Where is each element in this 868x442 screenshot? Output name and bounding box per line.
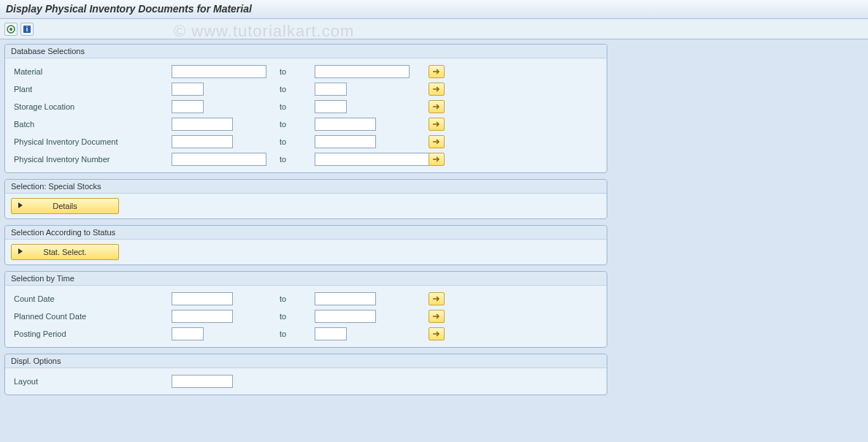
triangle-right-icon bbox=[18, 202, 23, 210]
phys-inv-num-to-input[interactable] bbox=[315, 153, 439, 166]
label-layout: Layout bbox=[11, 377, 172, 386]
row-material: Material to bbox=[11, 63, 601, 80]
layout-input[interactable] bbox=[172, 375, 233, 388]
to-label: to bbox=[280, 137, 315, 146]
group-special-stocks: Selection: Special Stocks Details bbox=[4, 179, 607, 219]
multiple-selection-button[interactable] bbox=[429, 135, 445, 148]
label-batch: Batch bbox=[11, 120, 172, 129]
content-area: Database Selections Material to Plant to… bbox=[0, 39, 868, 405]
posting-period-to-input[interactable] bbox=[315, 327, 347, 340]
page-title: Display Physical Inventory Documents for… bbox=[0, 0, 868, 19]
info-icon[interactable]: i bbox=[20, 23, 34, 36]
row-storage-location: Storage Location to bbox=[11, 98, 601, 115]
multiple-selection-button[interactable] bbox=[429, 153, 445, 166]
phys-inv-doc-to-input[interactable] bbox=[315, 135, 376, 148]
button-label: Details bbox=[53, 202, 77, 210]
label-count-date: Count Date bbox=[11, 294, 172, 303]
multiple-selection-button[interactable] bbox=[429, 327, 445, 340]
plant-from-input[interactable] bbox=[172, 83, 204, 96]
multiple-selection-button[interactable] bbox=[429, 118, 445, 131]
material-to-input[interactable] bbox=[315, 65, 410, 78]
label-phys-inv-doc: Physical Inventory Document bbox=[11, 137, 172, 146]
row-planned-count-date: Planned Count Date to bbox=[11, 308, 601, 325]
row-count-date: Count Date to bbox=[11, 290, 601, 308]
group-display-options: Displ. Options Layout bbox=[4, 354, 607, 395]
row-layout: Layout bbox=[11, 373, 601, 390]
svg-point-1 bbox=[9, 28, 12, 31]
triangle-right-icon bbox=[18, 248, 23, 256]
label-storage-location: Storage Location bbox=[11, 102, 172, 111]
planned-count-date-to-input[interactable] bbox=[315, 310, 376, 323]
stat-select-button[interactable]: Stat. Select. bbox=[11, 244, 119, 260]
toolbar: i bbox=[0, 19, 868, 39]
storage-location-from-input[interactable] bbox=[172, 100, 204, 113]
multiple-selection-button[interactable] bbox=[429, 65, 445, 78]
to-label: to bbox=[280, 67, 315, 76]
svg-text:i: i bbox=[26, 26, 28, 33]
group-time: Selection by Time Count Date to Planned … bbox=[4, 271, 607, 348]
to-label: to bbox=[280, 85, 315, 94]
count-date-from-input[interactable] bbox=[172, 292, 233, 305]
phys-inv-num-from-input[interactable] bbox=[172, 153, 266, 166]
phys-inv-doc-from-input[interactable] bbox=[172, 135, 233, 148]
to-label: to bbox=[280, 312, 315, 321]
storage-location-to-input[interactable] bbox=[315, 100, 347, 113]
count-date-to-input[interactable] bbox=[315, 292, 376, 305]
label-material: Material bbox=[11, 67, 172, 76]
multiple-selection-button[interactable] bbox=[429, 83, 445, 96]
row-posting-period: Posting Period to bbox=[11, 325, 601, 343]
button-label: Stat. Select. bbox=[43, 248, 86, 256]
execute-icon[interactable] bbox=[4, 23, 18, 36]
group-title: Selection by Time bbox=[5, 272, 607, 286]
group-title: Selection: Special Stocks bbox=[5, 180, 607, 194]
label-posting-period: Posting Period bbox=[11, 329, 172, 338]
label-plant: Plant bbox=[11, 85, 172, 94]
row-batch: Batch to bbox=[11, 115, 601, 133]
group-status: Selection According to Status Stat. Sele… bbox=[4, 225, 607, 265]
batch-from-input[interactable] bbox=[172, 118, 233, 131]
to-label: to bbox=[280, 102, 315, 111]
multiple-selection-button[interactable] bbox=[429, 100, 445, 113]
to-label: to bbox=[280, 155, 315, 164]
row-phys-inv-num: Physical Inventory Number to bbox=[11, 150, 601, 168]
posting-period-from-input[interactable] bbox=[172, 327, 204, 340]
details-button[interactable]: Details bbox=[11, 198, 119, 214]
batch-to-input[interactable] bbox=[315, 118, 376, 131]
group-title: Displ. Options bbox=[5, 354, 607, 368]
label-planned-count-date: Planned Count Date bbox=[11, 312, 172, 321]
group-title: Selection According to Status bbox=[5, 226, 607, 240]
material-from-input[interactable] bbox=[172, 65, 266, 78]
group-title: Database Selections bbox=[5, 45, 607, 58]
label-phys-inv-num: Physical Inventory Number bbox=[11, 155, 172, 164]
plant-to-input[interactable] bbox=[315, 83, 347, 96]
row-plant: Plant to bbox=[11, 80, 601, 98]
multiple-selection-button[interactable] bbox=[429, 292, 445, 305]
group-database-selections: Database Selections Material to Plant to… bbox=[4, 44, 607, 173]
multiple-selection-button[interactable] bbox=[429, 310, 445, 323]
row-phys-inv-doc: Physical Inventory Document to bbox=[11, 133, 601, 150]
to-label: to bbox=[280, 329, 315, 338]
to-label: to bbox=[280, 120, 315, 129]
planned-count-date-from-input[interactable] bbox=[172, 310, 233, 323]
to-label: to bbox=[280, 294, 315, 303]
